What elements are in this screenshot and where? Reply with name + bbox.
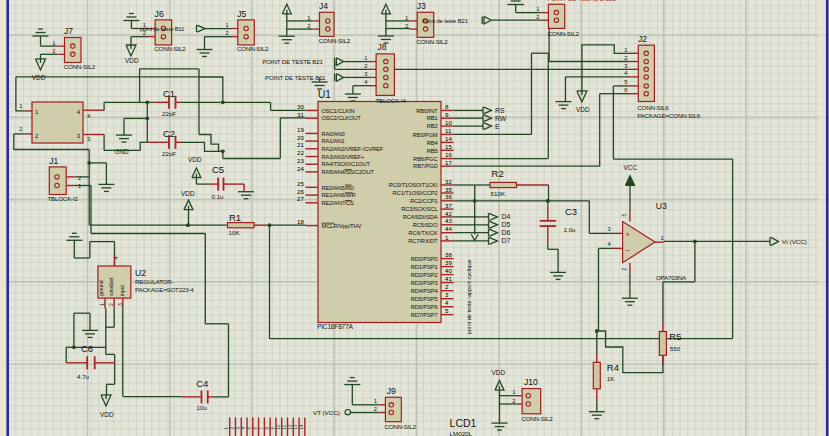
svg-text:RC1/T1OSI/CCP2: RC1/T1OSI/CCP2	[393, 190, 438, 196]
svg-text:RA1/AN1: RA1/AN1	[322, 138, 345, 144]
svg-text:2: 2	[445, 283, 449, 290]
svg-text:18: 18	[297, 218, 304, 225]
svg-text:2: 2	[364, 63, 367, 69]
svg-text:0.1u: 0.1u	[212, 193, 225, 200]
svg-text:20: 20	[297, 134, 304, 141]
svg-text:VCC: VCC	[624, 164, 638, 171]
svg-text:POINT DE TESTE B 321: POINT DE TESTE B 321	[547, 0, 616, 2]
svg-text:11: 11	[445, 127, 452, 134]
svg-text:RD1/PSP1: RD1/PSP1	[411, 264, 438, 270]
svg-text:1: 1	[99, 303, 105, 306]
svg-text:16: 16	[445, 151, 452, 158]
svg-text:1.0u: 1.0u	[564, 226, 577, 233]
svg-text:MCLR/Vpp/THV: MCLR/Vpp/THV	[322, 223, 362, 229]
svg-text:1: 1	[536, 6, 539, 12]
svg-text:25: 25	[297, 180, 304, 187]
svg-text:RS: RS	[495, 107, 505, 114]
svg-text:J3: J3	[417, 1, 426, 11]
svg-text:C1: C1	[163, 88, 175, 99]
svg-text:2: 2	[405, 23, 408, 29]
svg-text:RC3/SCK/SCL: RC3/SCK/SCL	[401, 206, 438, 212]
svg-text:C6: C6	[81, 343, 93, 354]
svg-text:13: 13	[293, 424, 298, 430]
svg-text:point de teste B11: point de teste B11	[140, 26, 185, 32]
svg-text:RB7/PGD: RB7/PGD	[413, 163, 437, 169]
svg-text:3: 3	[87, 136, 90, 142]
svg-text:5: 5	[624, 79, 627, 85]
svg-text:12: 12	[288, 424, 293, 430]
svg-text:38: 38	[445, 251, 452, 258]
svg-text:PIC16F877A: PIC16F877A	[317, 323, 354, 330]
svg-text:R5: R5	[669, 331, 681, 342]
svg-text:1: 1	[661, 235, 664, 241]
svg-text:24: 24	[297, 165, 304, 172]
svg-text:RA3/AN3/VREF+: RA3/AN3/VREF+	[322, 154, 365, 160]
svg-text:3: 3	[445, 291, 449, 298]
svg-text:ground: ground	[98, 280, 104, 296]
svg-text:point de teste rapport cycliqu: point de teste rapport cyclique	[466, 259, 472, 334]
svg-text:J10: J10	[524, 377, 538, 387]
svg-text:RC0/T1OSO/T1CKI: RC0/T1OSO/T1CKI	[389, 182, 438, 188]
svg-text:3: 3	[624, 63, 627, 69]
svg-text:3: 3	[117, 303, 123, 306]
svg-text:23: 23	[297, 157, 304, 164]
svg-text:U2: U2	[135, 268, 146, 278]
svg-text:D4: D4	[502, 213, 511, 220]
svg-text:2: 2	[226, 30, 229, 36]
svg-text:1: 1	[405, 15, 408, 21]
svg-text:39: 39	[445, 259, 452, 266]
svg-text:36: 36	[445, 193, 452, 200]
svg-text:J1: J1	[49, 156, 58, 166]
svg-text:2: 2	[621, 268, 627, 271]
svg-text:RD6/PSP6: RD6/PSP6	[411, 304, 438, 310]
svg-text:RD2/PSP2: RD2/PSP2	[411, 272, 438, 278]
svg-text:RB2: RB2	[427, 123, 438, 129]
svg-text:2: 2	[374, 406, 377, 412]
svg-text:C5: C5	[212, 164, 224, 175]
svg-text:14: 14	[299, 424, 304, 430]
svg-text:RB6/PGC: RB6/PGC	[413, 156, 437, 162]
svg-text:1: 1	[445, 234, 449, 241]
svg-text:30: 30	[297, 103, 304, 110]
svg-text:RB4: RB4	[427, 140, 439, 146]
svg-text:POINT DE TESTE B11: POINT DE TESTE B11	[265, 74, 326, 81]
svg-text:RD5/PSP5: RD5/PSP5	[411, 296, 438, 302]
svg-text:R1: R1	[229, 212, 241, 223]
svg-text:VDD: VDD	[181, 190, 195, 197]
svg-text:TBLOCK-I4: TBLOCK-I4	[376, 97, 407, 104]
svg-text:5: 5	[445, 307, 449, 314]
svg-text:C3: C3	[565, 206, 577, 217]
svg-text:J8: J8	[377, 42, 386, 52]
svg-text:U3: U3	[656, 201, 667, 211]
svg-text:35: 35	[445, 186, 452, 193]
svg-text:VDD: VDD	[125, 57, 139, 64]
svg-text:1: 1	[624, 47, 627, 53]
svg-text:OPA703NA: OPA703NA	[656, 274, 687, 281]
svg-text:J2: J2	[638, 34, 647, 44]
svg-text:CONN-SIL2: CONN-SIL2	[548, 30, 580, 37]
svg-text:CONN-SIL2: CONN-SIL2	[319, 37, 351, 44]
svg-text:2: 2	[536, 14, 539, 20]
svg-text:J5: J5	[237, 9, 246, 19]
svg-text:2: 2	[307, 23, 310, 29]
svg-text:RC6/TX/CK: RC6/TX/CK	[409, 230, 438, 236]
svg-text:RE2/AN7/CS: RE2/AN7/CS	[322, 200, 355, 206]
svg-text:PACKAGE=CONN-SIL6: PACKAGE=CONN-SIL6	[637, 112, 700, 119]
svg-text:RD7/PSP7: RD7/PSP7	[411, 312, 438, 318]
svg-text:J6: J6	[155, 9, 164, 19]
svg-text:6: 6	[624, 87, 627, 93]
svg-text:−: −	[625, 246, 630, 255]
svg-text:VDD: VDD	[100, 411, 114, 418]
svg-text:R2: R2	[492, 168, 504, 179]
svg-text:R4: R4	[607, 362, 619, 373]
svg-text:RD0/PSP0: RD0/PSP0	[411, 256, 438, 262]
svg-text:40: 40	[445, 267, 452, 274]
svg-text:RC7/RX/DT: RC7/RX/DT	[408, 238, 438, 244]
svg-text:CONN-SIL2: CONN-SIL2	[521, 415, 553, 422]
svg-text:RB5: RB5	[427, 148, 438, 154]
svg-text:4: 4	[445, 299, 449, 306]
svg-text:OSC1/CLKIN: OSC1/CLKIN	[322, 108, 355, 114]
svg-text:22pF: 22pF	[162, 110, 176, 117]
svg-text:VT (VCC): VT (VCC)	[313, 409, 340, 416]
svg-text:RB1: RB1	[427, 115, 438, 121]
